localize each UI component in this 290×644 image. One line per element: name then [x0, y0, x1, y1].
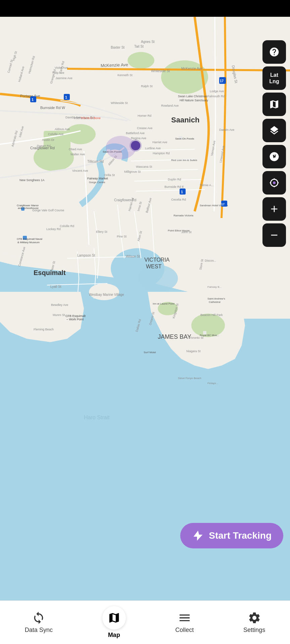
svg-text:Lyall St: Lyall St — [50, 285, 61, 288]
lat-lng-button[interactable]: LatLng — [262, 66, 286, 90]
svg-text:Regina Ave: Regina Ave — [131, 137, 146, 140]
svg-text:Saint Andrew's: Saint Andrew's — [207, 297, 225, 300]
plus-icon — [269, 204, 280, 214]
svg-point-19 — [89, 283, 119, 300]
zoom-out-button[interactable] — [262, 223, 286, 247]
zoom-in-button[interactable] — [262, 197, 286, 221]
svg-text:Lurtline Ave: Lurtline Ave — [145, 147, 161, 150]
bottom-nav: Data Sync Map Collect Settings — [0, 600, 290, 644]
svg-text:Colville Rd: Colville Rd — [60, 224, 74, 228]
map-container[interactable]: Saanich Esquimalt VICTORIA WEST JAMES BA… — [0, 17, 290, 600]
svg-text:New Songhees 1A: New Songhees 1A — [19, 178, 45, 182]
svg-text:CFB Esquimalt Naval: CFB Esquimalt Naval — [17, 237, 42, 240]
svg-text:Duplin Rd: Duplin Rd — [168, 178, 181, 181]
svg-text:Agnes St: Agnes St — [141, 40, 155, 44]
collect-icon — [178, 611, 191, 625]
settings-icon — [248, 611, 261, 625]
svg-text:JAMES BAY: JAMES BAY — [158, 333, 191, 340]
svg-text:Vincent Ave: Vincent Ave — [72, 169, 88, 172]
svg-point-153 — [273, 181, 276, 184]
toolbar: LatLng N — [262, 40, 286, 247]
svg-text:Tillicum Rd: Tillicum Rd — [87, 160, 104, 163]
basemap-button[interactable] — [262, 93, 286, 116]
svg-text:Darwin Ave: Darwin Ave — [219, 128, 234, 131]
svg-point-150 — [273, 156, 275, 157]
gps-icon — [269, 177, 280, 188]
svg-text:John St: John St — [181, 230, 192, 234]
compass-icon: N — [269, 151, 280, 162]
svg-text:Finlays...: Finlays... — [207, 382, 218, 385]
svg-text:Niagara St: Niagara St — [186, 350, 201, 353]
svg-text:Fairway Market: Fairway Market — [87, 177, 108, 180]
layers-button[interactable] — [262, 119, 286, 142]
svg-text:Red Lion Inn & Suites: Red Lion Inn & Suites — [171, 159, 197, 162]
nav-item-map[interactable]: Map — [96, 603, 133, 642]
svg-text:Ralph St: Ralph St — [141, 85, 153, 88]
basemap-icon — [269, 99, 280, 110]
help-icon — [269, 47, 280, 57]
nav-item-settings[interactable]: Settings — [237, 608, 272, 637]
location-dot — [131, 141, 140, 150]
map-label: Map — [108, 632, 120, 639]
lat-lng-label: LatLng — [269, 72, 279, 85]
svg-text:Austin Dr: Austin Dr — [42, 138, 54, 142]
svg-text:Milligrove St: Milligrove St — [124, 170, 141, 173]
svg-text:Pine St: Pine St — [117, 235, 127, 238]
location-button[interactable] — [262, 171, 286, 195]
map-nav-active-bg — [102, 606, 126, 630]
start-tracking-label: Start Tracking — [209, 530, 272, 541]
svg-text:Swan Lake Christmas: Swan Lake Christmas — [178, 95, 207, 98]
svg-text:Falmouth Rd: Falmouth Rd — [207, 95, 225, 98]
svg-text:& Military Museum: & Military Museum — [17, 241, 40, 244]
svg-text:1: 1 — [32, 98, 34, 102]
svg-text:Fleming Beach: Fleming Beach — [34, 328, 54, 331]
svg-text:WEST: WEST — [146, 264, 161, 269]
svg-text:Munro St: Munro St — [53, 313, 65, 317]
minus-icon — [269, 230, 280, 240]
svg-text:Orilla St: Orilla St — [104, 173, 115, 177]
svg-text:Surf Motel: Surf Motel — [144, 351, 156, 354]
collect-label: Collect — [175, 627, 194, 634]
svg-text:Crease Ave: Crease Ave — [137, 126, 152, 130]
svg-text:1: 1 — [181, 190, 183, 194]
svg-text:Burnside Rd E: Burnside Rd E — [164, 185, 184, 189]
status-bar — [0, 0, 290, 17]
help-button[interactable] — [262, 40, 286, 64]
svg-text:Gorge Vale Golf Course: Gorge Vale Golf Course — [32, 209, 64, 212]
compass-button[interactable]: N — [262, 145, 286, 168]
layers-icon — [269, 125, 280, 136]
svg-text:Whiteside St: Whiteside St — [111, 101, 128, 105]
svg-text:McKenzie Ave: McKenzie Ave — [101, 62, 129, 68]
svg-text:Ramada Victoria: Ramada Victoria — [174, 214, 194, 217]
svg-text:VICTORIA: VICTORIA — [144, 257, 170, 263]
navigation-icon — [192, 530, 204, 542]
svg-text:Burnside Rd W: Burnside Rd W — [40, 106, 65, 110]
svg-text:Jasmine Ave: Jasmine Ave — [55, 76, 72, 80]
svg-text:Kenneth St: Kenneth St — [117, 73, 133, 77]
svg-text:Bewdley Ave: Bewdley Ave — [51, 303, 68, 307]
svg-text:Wilson St: Wilson St — [126, 255, 140, 258]
nav-item-collect[interactable]: Collect — [168, 608, 200, 637]
svg-text:Beacon Hill Park: Beacon Hill Park — [200, 313, 223, 317]
svg-text:CFB Esquimalt: CFB Esquimalt — [65, 314, 86, 318]
svg-text:Aldous Ave: Aldous Ave — [55, 127, 70, 131]
svg-text:Ellery St: Ellery St — [96, 230, 107, 233]
svg-text:Westbay Marine Village: Westbay Marine Village — [89, 293, 124, 297]
svg-text:Cecelia Rd: Cecelia Rd — [171, 198, 186, 201]
svg-text:1: 1 — [65, 95, 67, 99]
svg-text:Violet Ave: Violet Ave — [55, 66, 68, 69]
svg-text:Cathedral: Cathedral — [209, 301, 221, 304]
svg-text:Tulip Ave: Tulip Ave — [52, 71, 64, 74]
svg-text:Harriet Ave: Harriet Ave — [152, 141, 167, 144]
svg-text:Saanich: Saanich — [171, 116, 199, 124]
nav-item-data-sync[interactable]: Data Sync — [18, 608, 59, 637]
sync-icon — [32, 611, 45, 625]
start-tracking-button[interactable]: Start Tracking — [180, 523, 283, 548]
svg-text:N: N — [274, 153, 276, 156]
svg-text:Colville Ave: Colville Ave — [48, 132, 63, 136]
svg-text:Steve Fonyo Beach: Steve Fonyo Beach — [178, 377, 201, 380]
svg-rect-14 — [0, 319, 290, 600]
svg-point-10 — [128, 52, 154, 69]
svg-text:Davida Ave: Davida Ave — [65, 116, 81, 119]
svg-text:17: 17 — [220, 79, 224, 83]
